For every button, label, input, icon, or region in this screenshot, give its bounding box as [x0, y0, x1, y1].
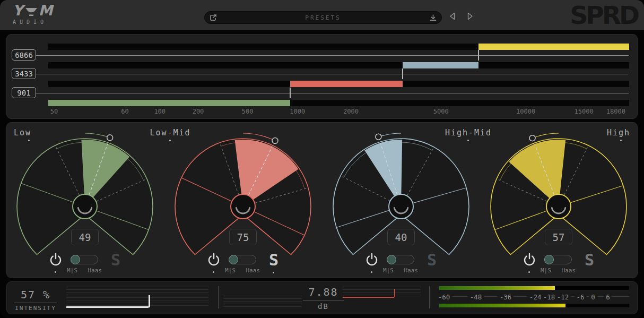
- mod-dot: [169, 140, 171, 141]
- crossover-tick[interactable]: [290, 88, 291, 98]
- meter-tick-label: 6: [604, 293, 612, 301]
- value-box-low[interactable]: 49: [71, 229, 99, 245]
- center-knob[interactable]: [231, 194, 255, 219]
- toggle-knob[interactable]: [544, 255, 554, 264]
- gain-slider-positive[interactable]: [343, 287, 421, 297]
- product-logo: SPRD: [570, 1, 638, 30]
- mod-dot: [620, 140, 622, 141]
- crossover-tick[interactable]: [402, 68, 403, 79]
- freq-segment-high-mid[interactable]: [403, 62, 478, 68]
- gain-indicator-tick[interactable]: [394, 289, 396, 297]
- ms-haas-toggle-low-mid[interactable]: [229, 255, 256, 264]
- toggle-label-haas: Haas: [404, 267, 419, 274]
- preset-prev-button[interactable]: [449, 12, 456, 20]
- share-icon[interactable]: [209, 14, 217, 22]
- axis-tick-label: 5000: [433, 108, 449, 115]
- freq-bar-low-mid: [48, 81, 629, 87]
- solo-button-low-mid[interactable]: S: [263, 251, 284, 269]
- power-icon[interactable]: [523, 253, 536, 267]
- power-dot: [528, 271, 530, 273]
- toggle-knob[interactable]: [71, 255, 80, 264]
- value-box-high[interactable]: 57: [545, 229, 572, 245]
- brand-letter-y: Y: [13, 3, 24, 18]
- intensity-value[interactable]: 57: [21, 288, 36, 301]
- meter-bar-left: [439, 286, 629, 290]
- axis-tick-label: 18000: [606, 108, 625, 115]
- freq-bar-high-mid: [48, 62, 629, 68]
- pan-arc: [378, 133, 401, 137]
- freq-segment-low-mid[interactable]: [290, 81, 403, 87]
- mod-dot: [467, 140, 469, 141]
- freq-bar-high: [48, 44, 629, 50]
- pan-handle[interactable]: [529, 135, 535, 141]
- crossover-value-901[interactable]: 901: [12, 87, 36, 98]
- intensity-indicator-tick[interactable]: [149, 295, 150, 307]
- gain-readout[interactable]: 7.88 dB: [303, 286, 344, 311]
- meter-fill-right: [439, 304, 565, 307]
- ms-haas-toggle-high-mid[interactable]: [387, 255, 414, 264]
- power-icon[interactable]: [365, 253, 379, 267]
- solo-button-high[interactable]: S: [579, 251, 600, 269]
- axis-tick-label: 60: [121, 108, 128, 115]
- crossover-value-3433[interactable]: 3433: [12, 68, 36, 79]
- intensity-readout[interactable]: 57 % INTENSITY: [14, 288, 57, 312]
- band-label-low: Low: [14, 128, 31, 137]
- crossover-line[interactable]: [36, 93, 629, 94]
- toggle-label-ms: M|S: [225, 267, 236, 274]
- presets-label: PRESETS: [217, 14, 429, 21]
- toggle-knob[interactable]: [387, 255, 396, 264]
- pan-handle[interactable]: [376, 134, 381, 140]
- power-icon[interactable]: [207, 253, 221, 267]
- brand-word: Y M: [13, 3, 53, 18]
- meter-tick-label: -12: [555, 293, 571, 301]
- brand-letter-m: M: [39, 3, 54, 18]
- meter-tick-label: -36: [498, 293, 514, 301]
- footer-panel: 57 % INTENSITY 7.88 dB -60-48-36-24-18-1…: [6, 281, 638, 314]
- meter-bar-right: [439, 304, 629, 307]
- crossover-tick[interactable]: [478, 50, 479, 61]
- plugin-window: Y M AUDIO PRESETS: [0, 0, 644, 318]
- axis-tick-label: 15000: [575, 108, 594, 115]
- intensity-unit: %: [43, 288, 50, 301]
- value-box-high-mid[interactable]: 40: [387, 229, 415, 245]
- meter-tick-label: 0: [589, 293, 597, 301]
- axis-tick-label: 2000: [343, 108, 359, 115]
- solo-button-low[interactable]: S: [105, 251, 126, 269]
- intensity-slider[interactable]: [66, 287, 208, 307]
- gain-value[interactable]: 7.88: [303, 286, 344, 300]
- crossover-value-6866[interactable]: 6866: [12, 49, 36, 61]
- center-knob[interactable]: [546, 194, 571, 219]
- axis-tick-label: 500: [242, 108, 254, 115]
- crossover-line[interactable]: [36, 74, 629, 75]
- footer-divider: [218, 286, 219, 308]
- freq-segment-low[interactable]: [48, 100, 290, 106]
- dial-low: 49M|SHaasS: [5, 127, 164, 279]
- download-icon[interactable]: [429, 14, 437, 22]
- toggle-label-haas: Haas: [88, 267, 102, 274]
- ms-haas-toggle-high[interactable]: [544, 255, 572, 264]
- value-box-low-mid[interactable]: 75: [229, 229, 257, 245]
- gain-slider-negative[interactable]: [223, 296, 302, 307]
- freq-segment-high[interactable]: [478, 44, 629, 50]
- gain-indicator-line: [343, 297, 394, 298]
- ms-haas-toggle-low[interactable]: [71, 255, 98, 264]
- presets-field[interactable]: PRESETS: [204, 11, 442, 24]
- pan-handle[interactable]: [272, 137, 278, 143]
- toggle-labels: M|SHaas: [383, 267, 418, 274]
- power-icon[interactable]: [49, 253, 63, 267]
- toggle-labels: M|SHaas: [225, 267, 260, 274]
- axis-tick-label: 200: [193, 108, 204, 115]
- solo-button-high-mid[interactable]: S: [421, 251, 442, 269]
- toggle-knob[interactable]: [229, 255, 238, 264]
- header-bar: Y M AUDIO PRESETS: [0, 0, 644, 30]
- center-knob[interactable]: [73, 194, 97, 219]
- center-knob[interactable]: [389, 194, 413, 219]
- crossover-line[interactable]: [36, 55, 629, 56]
- gain-unit: dB: [303, 300, 344, 311]
- footer-divider: [429, 286, 430, 308]
- preset-next-button[interactable]: [466, 12, 474, 20]
- pan-handle[interactable]: [107, 135, 113, 141]
- brand-logo: Y M AUDIO: [13, 3, 53, 25]
- meter-tick-label: -48: [468, 293, 484, 301]
- meter-tick-label: -6: [574, 293, 586, 301]
